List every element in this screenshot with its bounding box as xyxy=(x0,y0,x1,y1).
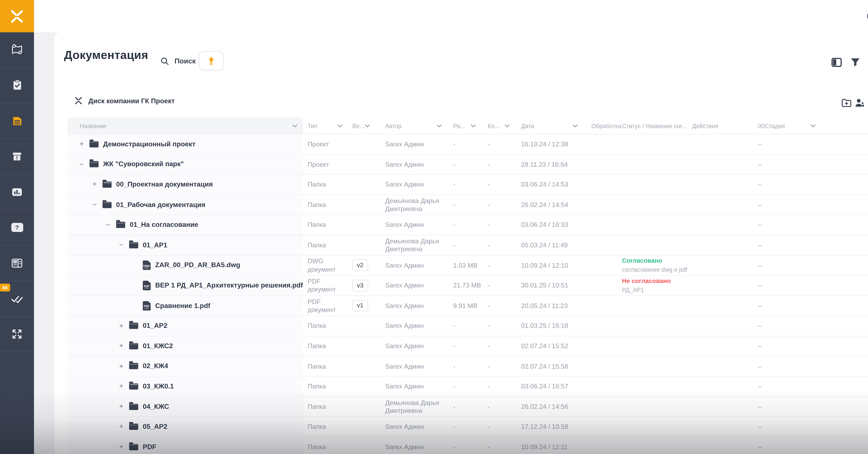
app-root: ? xyxy=(0,0,868,454)
expand-toggle[interactable]: + xyxy=(117,402,125,411)
filter-icon[interactable] xyxy=(849,57,861,68)
expand-toggle[interactable]: + xyxy=(117,382,125,391)
expand-toggle[interactable]: + xyxy=(117,362,125,371)
sidebar-item-sync[interactable] xyxy=(0,317,34,352)
table-row[interactable]: DWG ZAR_00_PD_AR_BA5.dwg DWG документ v2… xyxy=(67,256,868,276)
folder-icon xyxy=(129,424,138,430)
collapse-toggle[interactable]: − xyxy=(91,200,99,209)
table-row[interactable]: + 00_Проектная документация Папка Sarex … xyxy=(67,175,868,195)
column-header-size[interactable]: Ра... xyxy=(447,117,482,134)
column-header-status[interactable]: Статус / Название сог... xyxy=(617,117,688,134)
sidebar-item-map[interactable] xyxy=(0,32,34,68)
cell-author: Sarex Админ xyxy=(374,417,447,436)
cell-type: Папка xyxy=(303,377,348,396)
cell-cache: - xyxy=(482,195,516,215)
version-chip[interactable]: v2 xyxy=(352,259,368,271)
document-icon xyxy=(10,114,24,127)
item-name: PDF xyxy=(143,443,156,451)
column-header-date[interactable]: Дата xyxy=(516,117,584,134)
folder-icon xyxy=(129,323,138,329)
drive-root[interactable]: Диск компании ГК Проект xyxy=(74,96,175,105)
sidebar-item-documentation-active[interactable] xyxy=(0,104,34,139)
table-row[interactable]: + 01_КЖС2 Папка Sarex Админ - - 02.07.24… xyxy=(67,336,868,357)
collapse-toggle[interactable]: − xyxy=(104,220,112,230)
help-button[interactable]: ? xyxy=(867,9,868,23)
folder-icon xyxy=(129,444,138,450)
table-row[interactable]: PDF Сравнение 1.pdf PDF документ v1 Sare… xyxy=(67,296,868,316)
table-row[interactable]: − 01_На согласование Папка Sarex Админ -… xyxy=(67,215,868,235)
question-icon: ? xyxy=(11,223,23,232)
cell-status xyxy=(617,437,688,454)
sarex-mark-icon xyxy=(74,96,83,105)
sidebar-item-approvals[interactable]: 48 xyxy=(0,281,34,317)
cell-author: Sarex Админ xyxy=(374,154,447,174)
sidebar-item-deliveries[interactable] xyxy=(0,139,34,175)
cell-stage: – xyxy=(753,316,822,336)
table-row[interactable]: + 02_КЖ4 Папка Sarex Админ - - 02.07.24 … xyxy=(67,357,868,377)
table-row[interactable]: + 01_АР2 Папка Sarex Админ - - 01.03.25 … xyxy=(67,316,868,336)
table-row[interactable]: + 05_АР2 Папка Sarex Админ - - 17.12.24 … xyxy=(67,417,868,437)
add-folder-icon[interactable] xyxy=(841,97,852,108)
expand-toggle[interactable]: + xyxy=(91,180,99,189)
pdf-file-icon: PDF xyxy=(143,301,151,310)
table-row[interactable]: − 01_АР1 Папка Демьянова Дарья Дмитриевн… xyxy=(67,235,868,256)
expand-toggle[interactable]: + xyxy=(117,422,125,431)
cell-stage: – xyxy=(753,357,822,376)
item-name: Сравнение 1.pdf xyxy=(155,302,210,310)
item-name: 02_КЖ4 xyxy=(143,362,168,371)
cell-status xyxy=(617,397,688,417)
column-header-processing[interactable]: Обработка xyxy=(584,117,618,134)
cell-stage: – xyxy=(753,195,822,215)
cell-author: Sarex Админ xyxy=(374,175,447,195)
table-row[interactable]: + Демонстрационный проект Проект Sarex А… xyxy=(67,134,868,154)
cell-version xyxy=(348,175,374,195)
cell-type: Проект xyxy=(303,134,348,154)
version-chip[interactable]: v3 xyxy=(352,280,368,291)
cell-cache: - xyxy=(482,397,516,417)
status-subtitle: согласование dwg и pdf xyxy=(622,266,687,274)
search-input[interactable]: Поиск xyxy=(160,57,196,66)
cell-stage: – xyxy=(753,296,822,315)
table-row[interactable]: + 04_КЖС Папка Демьянова Дарья Дмитриевн… xyxy=(67,397,868,417)
version-chip[interactable]: v1 xyxy=(352,300,368,312)
cell-version xyxy=(348,195,374,215)
cell-processing xyxy=(584,215,618,235)
table-row[interactable]: + 03_КЖ0.1 Папка Sarex Админ - - 03.06.2… xyxy=(67,377,868,397)
cell-cache: - xyxy=(482,154,516,174)
share-user-icon[interactable] xyxy=(854,97,865,108)
cell-date: 20.05.24 / 11:23 xyxy=(516,296,584,315)
column-header-type[interactable]: Тип xyxy=(303,117,348,134)
expand-toggle[interactable]: + xyxy=(78,140,86,149)
cell-size: - xyxy=(447,215,482,235)
sarex-logo[interactable] xyxy=(0,0,34,32)
cell-size: - xyxy=(447,235,482,255)
column-header-actions[interactable]: Действия xyxy=(688,117,753,134)
sidebar-item-news[interactable] xyxy=(0,246,34,281)
collapse-toggle[interactable]: − xyxy=(117,240,125,250)
item-name: ЖК "Суворовский парк" xyxy=(103,160,184,169)
column-header-name[interactable]: Название xyxy=(67,117,303,134)
expand-toggle[interactable]: + xyxy=(117,321,125,331)
cell-status: Не согласовано РД_АР1 xyxy=(617,276,688,295)
collapse-toggle[interactable]: − xyxy=(78,160,86,169)
status-subtitle: РД_АР1 xyxy=(622,286,644,294)
package-icon xyxy=(11,150,23,163)
column-header-stage[interactable]: 00Стадия xyxy=(753,117,822,134)
cell-type: Папка xyxy=(303,437,348,454)
table-row[interactable]: − ЖК "Суворовский парк" Проект Sarex Адм… xyxy=(67,154,868,175)
table-row[interactable]: − 01_Рабочая документация Папка Демьянов… xyxy=(67,195,868,215)
sidebar-item-analytics[interactable] xyxy=(0,174,34,210)
upload-button[interactable] xyxy=(199,51,224,70)
sidebar-item-tasks[interactable] xyxy=(0,68,34,104)
column-header-version[interactable]: Ве... xyxy=(348,117,374,134)
expand-toggle[interactable]: + xyxy=(117,342,125,351)
sidebar-item-help[interactable]: ? xyxy=(0,210,34,246)
cell-date: 26.02.24 / 14:56 xyxy=(516,397,584,417)
column-header-author[interactable]: Автор xyxy=(374,117,447,134)
table-row[interactable]: + PDF Папка Sarex Админ - - 10.09.24 / 1… xyxy=(67,437,868,454)
cell-type: Папка xyxy=(303,175,348,195)
table-row[interactable]: PDF ВЕР 1 РД_АР1_Архитектурные решения.p… xyxy=(67,276,868,296)
layout-panel-icon[interactable] xyxy=(831,57,842,68)
column-header-cache[interactable]: Кэ... xyxy=(482,117,516,134)
expand-toggle[interactable]: + xyxy=(117,442,125,452)
